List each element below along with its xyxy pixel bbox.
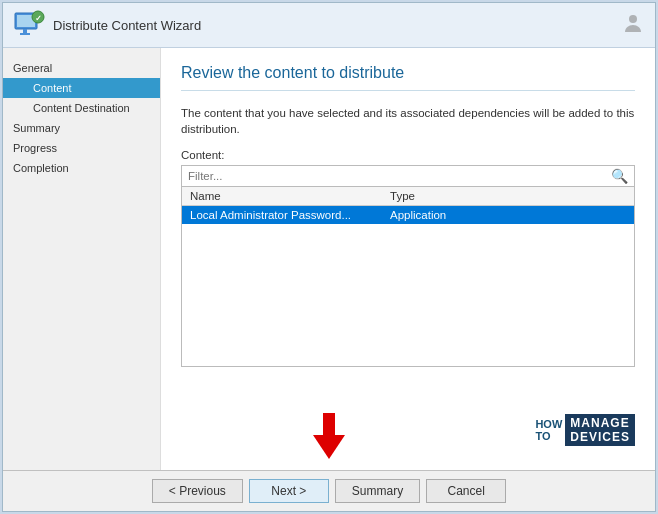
red-arrow [313, 413, 345, 459]
cancel-button[interactable]: Cancel [426, 479, 506, 503]
sidebar-item-summary[interactable]: Summary [3, 118, 160, 138]
column-header-type: Type [390, 190, 626, 202]
sidebar: General Content Content Destination Summ… [3, 48, 161, 470]
content-table: Name Type Local Administrator Password..… [181, 187, 635, 367]
description-text: The content that you have selected and i… [181, 105, 635, 137]
next-button[interactable]: Next > [249, 479, 329, 503]
column-header-name: Name [190, 190, 390, 202]
watermark-howto: HOWTO [535, 418, 562, 442]
title-bar: ✓ Distribute Content Wizard [3, 3, 655, 48]
sidebar-item-completion[interactable]: Completion [3, 158, 160, 178]
table-header: Name Type [182, 187, 634, 206]
content-area: General Content Content Destination Summ… [3, 48, 655, 470]
sidebar-item-progress[interactable]: Progress [3, 138, 160, 158]
summary-button[interactable]: Summary [335, 479, 420, 503]
sidebar-item-content-destination[interactable]: Content Destination [3, 98, 160, 118]
title-bar-right [621, 12, 645, 39]
previous-button[interactable]: < Previous [152, 479, 243, 503]
svg-rect-2 [23, 29, 27, 33]
main-panel: Review the content to distribute The con… [161, 48, 655, 470]
table-row[interactable]: Local Administrator Password... Applicat… [182, 206, 634, 224]
svg-rect-3 [20, 33, 30, 35]
sidebar-group-general: General [3, 58, 160, 78]
filter-input[interactable] [188, 170, 611, 182]
row-type: Application [390, 209, 626, 221]
window-title: Distribute Content Wizard [53, 18, 201, 33]
main-window: ✓ Distribute Content Wizard General Cont… [2, 2, 656, 512]
wizard-icon: ✓ [13, 9, 45, 41]
filter-bar: 🔍 [181, 165, 635, 187]
sidebar-item-content[interactable]: Content [3, 78, 160, 98]
watermark: HOWTO MANAGEDEVICES [181, 406, 635, 454]
bottom-bar: < Previous Next > Summary Cancel [3, 470, 655, 511]
row-name: Local Administrator Password... [190, 209, 390, 221]
svg-text:✓: ✓ [35, 14, 42, 23]
content-label: Content: [181, 149, 635, 161]
user-icon [621, 12, 645, 36]
main-title: Review the content to distribute [181, 64, 635, 91]
svg-point-6 [629, 15, 637, 23]
watermark-manage: MANAGEDEVICES [565, 414, 635, 446]
search-icon: 🔍 [611, 168, 628, 184]
